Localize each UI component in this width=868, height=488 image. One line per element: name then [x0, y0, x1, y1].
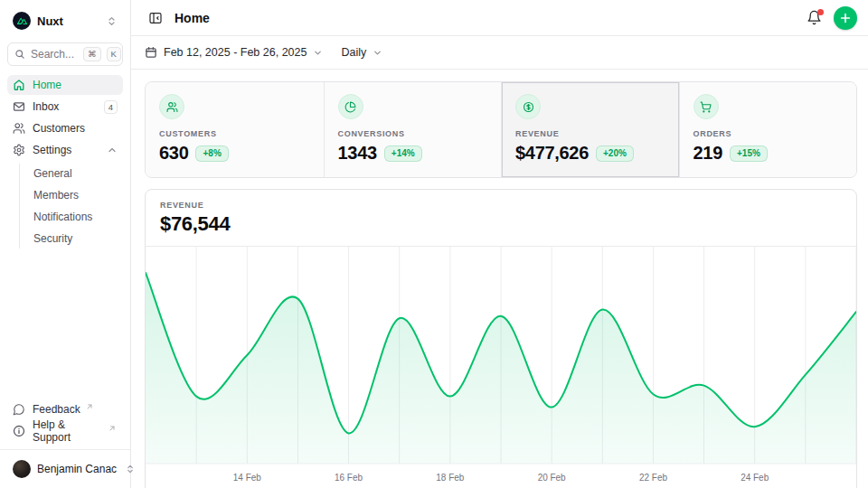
- gear-icon: [13, 144, 25, 156]
- chevron-down-icon: [313, 48, 323, 58]
- sidebar-item-customers[interactable]: Customers: [7, 118, 123, 138]
- sidebar-item-label: Settings: [33, 144, 71, 156]
- divider: [0, 449, 130, 450]
- svg-text:20 Feb: 20 Feb: [538, 473, 566, 483]
- stat-value: 1343: [338, 143, 377, 164]
- sidebar-item-notifications[interactable]: Notifications: [30, 207, 123, 227]
- revenue-panel-header: Revenue $76,544: [146, 190, 856, 247]
- collapse-sidebar-button[interactable]: [145, 7, 166, 29]
- search-box[interactable]: ⌘ K: [7, 42, 123, 66]
- stats-row: Customers 630 +8% Conversions 1343 +14%: [145, 81, 857, 178]
- chevron-up-down-icon: [106, 15, 118, 27]
- revenue-panel-value: $76,544: [160, 212, 842, 236]
- info-circle-icon: [13, 425, 25, 437]
- page-title: Home: [175, 11, 210, 25]
- search-input[interactable]: [31, 48, 78, 61]
- sidebar-item-label: Inbox: [33, 100, 59, 113]
- sidebar-item-members[interactable]: Members: [30, 185, 123, 205]
- svg-text:18 Feb: 18 Feb: [436, 473, 464, 483]
- footer-link-label: Feedback: [33, 403, 80, 416]
- calendar-icon: [145, 46, 157, 59]
- add-button[interactable]: [834, 6, 857, 30]
- nuxt-logo-icon: [13, 12, 31, 30]
- external-link-icon: [108, 425, 116, 432]
- stat-card-revenue[interactable]: Revenue $477,626 +20%: [501, 82, 679, 177]
- inbox-icon: [13, 100, 25, 113]
- sidebar-item-inbox[interactable]: Inbox 4: [7, 97, 123, 117]
- revenue-panel: Revenue $76,544 14 Feb16 Feb18 Feb20 Feb…: [145, 189, 857, 488]
- sidebar-item-general[interactable]: General: [30, 164, 123, 183]
- sidebar-item-settings[interactable]: Settings: [7, 140, 123, 160]
- revenue-panel-label: Revenue: [160, 201, 842, 210]
- svg-text:22 Feb: 22 Feb: [639, 473, 667, 483]
- search-icon: [14, 49, 25, 60]
- stat-label: Conversions: [338, 129, 488, 138]
- stat-card-conversions[interactable]: Conversions 1343 +14%: [324, 82, 502, 177]
- kbd-cmd: ⌘: [83, 47, 101, 61]
- stat-value: 630: [159, 143, 188, 164]
- app-root: Nuxt ⌘ K Home: [0, 0, 868, 488]
- help-support-link[interactable]: Help & Support: [7, 421, 123, 441]
- svg-text:16 Feb: 16 Feb: [335, 473, 363, 483]
- delta-badge: +14%: [384, 145, 422, 162]
- sidebar-item-label: Home: [33, 79, 61, 91]
- cart-icon: [693, 94, 719, 119]
- main-area: Home Feb 12, 2025 - Feb 26, 2025: [131, 0, 868, 488]
- sidebar: Nuxt ⌘ K Home: [0, 0, 131, 488]
- users-icon: [159, 94, 184, 119]
- stat-card-customers[interactable]: Customers 630 +8%: [146, 82, 324, 177]
- svg-text:24 Feb: 24 Feb: [741, 473, 769, 483]
- chart-container[interactable]: 14 Feb16 Feb18 Feb20 Feb22 Feb24 Feb: [146, 247, 856, 487]
- users-icon: [13, 122, 25, 135]
- notifications-button[interactable]: [803, 6, 826, 29]
- workspace-name: Nuxt: [37, 14, 63, 28]
- stat-label: Revenue: [515, 129, 665, 138]
- pie-chart-icon: [338, 94, 363, 119]
- stat-value: 219: [693, 143, 722, 164]
- inbox-count-badge: 4: [104, 100, 118, 114]
- subnav-label: Security: [33, 232, 72, 245]
- stat-label: Orders: [693, 129, 844, 138]
- dollar-circle-icon: [515, 94, 541, 119]
- page-header: Home: [131, 0, 868, 36]
- revenue-chart: 14 Feb16 Feb18 Feb20 Feb22 Feb24 Feb: [146, 247, 856, 487]
- chevron-down-icon: [373, 48, 382, 58]
- plus-icon: [839, 12, 852, 24]
- sidebar-item-label: Customers: [33, 122, 85, 135]
- settings-subnav: General Members Notifications Security: [19, 164, 123, 249]
- workspace-selector-button[interactable]: [104, 14, 119, 29]
- stat-label: Customers: [159, 129, 310, 138]
- delta-badge: +20%: [596, 145, 634, 162]
- granularity-label: Daily: [341, 46, 366, 59]
- chevron-up-icon: [107, 145, 118, 155]
- avatar: [13, 460, 31, 478]
- delta-badge: +15%: [730, 145, 768, 162]
- filters-toolbar: Feb 12, 2025 - Feb 26, 2025 Daily: [131, 36, 868, 70]
- workspace-row: Nuxt: [7, 7, 123, 34]
- footer-link-label: Help & Support: [33, 418, 103, 444]
- sidebar-nav: Home Inbox 4 Customers Settings: [7, 75, 123, 250]
- chat-bubble-icon: [13, 403, 25, 416]
- notification-dot: [817, 9, 824, 15]
- feedback-link[interactable]: Feedback: [7, 399, 123, 419]
- panel-collapse-icon: [148, 11, 163, 25]
- sidebar-footer: Feedback Help & Support Benjamin Canac: [7, 399, 123, 481]
- user-name: Benjamin Canac: [37, 463, 117, 475]
- delta-badge: +8%: [195, 145, 228, 162]
- kbd-k: K: [107, 47, 121, 61]
- subnav-label: Members: [33, 189, 79, 202]
- subnav-label: General: [33, 167, 72, 180]
- external-link-icon: [86, 403, 93, 410]
- date-range-picker[interactable]: Feb 12, 2025 - Feb 26, 2025: [145, 46, 323, 59]
- dashboard-content: Customers 630 +8% Conversions 1343 +14%: [131, 70, 868, 488]
- stat-card-orders[interactable]: Orders 219 +15%: [679, 82, 857, 177]
- granularity-select[interactable]: Daily: [341, 46, 382, 59]
- svg-text:14 Feb: 14 Feb: [233, 473, 261, 483]
- date-range-label: Feb 12, 2025 - Feb 26, 2025: [164, 46, 307, 59]
- sidebar-item-security[interactable]: Security: [30, 229, 123, 249]
- subnav-label: Notifications: [33, 211, 92, 223]
- home-icon: [13, 79, 25, 91]
- stat-value: $477,626: [515, 143, 589, 164]
- sidebar-item-home[interactable]: Home: [7, 75, 123, 95]
- user-menu-button[interactable]: Benjamin Canac: [7, 457, 123, 481]
